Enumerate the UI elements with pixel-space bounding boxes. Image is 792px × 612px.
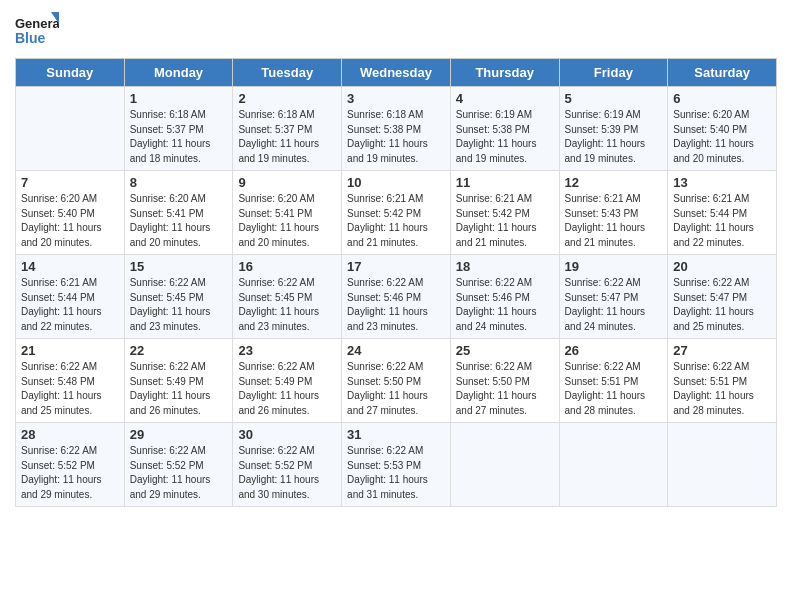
calendar-cell: 13Sunrise: 6:21 AM Sunset: 5:44 PM Dayli… — [668, 171, 777, 255]
date-number: 29 — [130, 427, 228, 442]
date-number: 3 — [347, 91, 445, 106]
calendar-cell: 8Sunrise: 6:20 AM Sunset: 5:41 PM Daylig… — [124, 171, 233, 255]
calendar-cell: 1Sunrise: 6:18 AM Sunset: 5:37 PM Daylig… — [124, 87, 233, 171]
calendar-cell: 28Sunrise: 6:22 AM Sunset: 5:52 PM Dayli… — [16, 423, 125, 507]
calendar-cell: 19Sunrise: 6:22 AM Sunset: 5:47 PM Dayli… — [559, 255, 668, 339]
calendar-week-2: 7Sunrise: 6:20 AM Sunset: 5:40 PM Daylig… — [16, 171, 777, 255]
cell-info: Sunrise: 6:22 AM Sunset: 5:47 PM Dayligh… — [565, 276, 663, 334]
cell-info: Sunrise: 6:21 AM Sunset: 5:43 PM Dayligh… — [565, 192, 663, 250]
cell-info: Sunrise: 6:18 AM Sunset: 5:38 PM Dayligh… — [347, 108, 445, 166]
cell-info: Sunrise: 6:21 AM Sunset: 5:44 PM Dayligh… — [21, 276, 119, 334]
date-number: 5 — [565, 91, 663, 106]
date-number: 20 — [673, 259, 771, 274]
day-header-tuesday: Tuesday — [233, 59, 342, 87]
calendar-cell: 21Sunrise: 6:22 AM Sunset: 5:48 PM Dayli… — [16, 339, 125, 423]
calendar-cell: 24Sunrise: 6:22 AM Sunset: 5:50 PM Dayli… — [342, 339, 451, 423]
cell-info: Sunrise: 6:22 AM Sunset: 5:52 PM Dayligh… — [130, 444, 228, 502]
cell-info: Sunrise: 6:19 AM Sunset: 5:38 PM Dayligh… — [456, 108, 554, 166]
cell-info: Sunrise: 6:22 AM Sunset: 5:51 PM Dayligh… — [673, 360, 771, 418]
date-number: 27 — [673, 343, 771, 358]
cell-info: Sunrise: 6:22 AM Sunset: 5:46 PM Dayligh… — [456, 276, 554, 334]
calendar-cell — [559, 423, 668, 507]
cell-info: Sunrise: 6:22 AM Sunset: 5:48 PM Dayligh… — [21, 360, 119, 418]
cell-info: Sunrise: 6:22 AM Sunset: 5:50 PM Dayligh… — [456, 360, 554, 418]
date-number: 19 — [565, 259, 663, 274]
day-header-sunday: Sunday — [16, 59, 125, 87]
day-header-monday: Monday — [124, 59, 233, 87]
date-number: 26 — [565, 343, 663, 358]
calendar-cell: 4Sunrise: 6:19 AM Sunset: 5:38 PM Daylig… — [450, 87, 559, 171]
date-number: 22 — [130, 343, 228, 358]
calendar-table: SundayMondayTuesdayWednesdayThursdayFrid… — [15, 58, 777, 507]
cell-info: Sunrise: 6:18 AM Sunset: 5:37 PM Dayligh… — [238, 108, 336, 166]
calendar-cell: 15Sunrise: 6:22 AM Sunset: 5:45 PM Dayli… — [124, 255, 233, 339]
calendar-cell: 6Sunrise: 6:20 AM Sunset: 5:40 PM Daylig… — [668, 87, 777, 171]
calendar-cell: 7Sunrise: 6:20 AM Sunset: 5:40 PM Daylig… — [16, 171, 125, 255]
cell-info: Sunrise: 6:22 AM Sunset: 5:51 PM Dayligh… — [565, 360, 663, 418]
date-number: 6 — [673, 91, 771, 106]
date-number: 13 — [673, 175, 771, 190]
calendar-cell: 26Sunrise: 6:22 AM Sunset: 5:51 PM Dayli… — [559, 339, 668, 423]
cell-info: Sunrise: 6:20 AM Sunset: 5:41 PM Dayligh… — [130, 192, 228, 250]
calendar-cell: 27Sunrise: 6:22 AM Sunset: 5:51 PM Dayli… — [668, 339, 777, 423]
calendar-cell: 18Sunrise: 6:22 AM Sunset: 5:46 PM Dayli… — [450, 255, 559, 339]
date-number: 9 — [238, 175, 336, 190]
cell-info: Sunrise: 6:22 AM Sunset: 5:46 PM Dayligh… — [347, 276, 445, 334]
cell-info: Sunrise: 6:22 AM Sunset: 5:45 PM Dayligh… — [238, 276, 336, 334]
calendar-cell: 16Sunrise: 6:22 AM Sunset: 5:45 PM Dayli… — [233, 255, 342, 339]
date-number: 30 — [238, 427, 336, 442]
calendar-cell: 3Sunrise: 6:18 AM Sunset: 5:38 PM Daylig… — [342, 87, 451, 171]
calendar-cell: 31Sunrise: 6:22 AM Sunset: 5:53 PM Dayli… — [342, 423, 451, 507]
calendar-cell: 2Sunrise: 6:18 AM Sunset: 5:37 PM Daylig… — [233, 87, 342, 171]
date-number: 4 — [456, 91, 554, 106]
calendar-cell: 10Sunrise: 6:21 AM Sunset: 5:42 PM Dayli… — [342, 171, 451, 255]
calendar-cell: 30Sunrise: 6:22 AM Sunset: 5:52 PM Dayli… — [233, 423, 342, 507]
cell-info: Sunrise: 6:21 AM Sunset: 5:44 PM Dayligh… — [673, 192, 771, 250]
date-number: 25 — [456, 343, 554, 358]
svg-text:General: General — [15, 16, 59, 31]
day-header-saturday: Saturday — [668, 59, 777, 87]
logo-icon: General Blue — [15, 10, 59, 50]
calendar-cell: 9Sunrise: 6:20 AM Sunset: 5:41 PM Daylig… — [233, 171, 342, 255]
date-number: 21 — [21, 343, 119, 358]
cell-info: Sunrise: 6:20 AM Sunset: 5:40 PM Dayligh… — [21, 192, 119, 250]
date-number: 15 — [130, 259, 228, 274]
date-number: 1 — [130, 91, 228, 106]
day-header-friday: Friday — [559, 59, 668, 87]
cell-info: Sunrise: 6:18 AM Sunset: 5:37 PM Dayligh… — [130, 108, 228, 166]
calendar-cell: 17Sunrise: 6:22 AM Sunset: 5:46 PM Dayli… — [342, 255, 451, 339]
date-number: 7 — [21, 175, 119, 190]
cell-info: Sunrise: 6:21 AM Sunset: 5:42 PM Dayligh… — [347, 192, 445, 250]
calendar-cell — [668, 423, 777, 507]
calendar-cell — [16, 87, 125, 171]
cell-info: Sunrise: 6:22 AM Sunset: 5:49 PM Dayligh… — [130, 360, 228, 418]
calendar-cell: 12Sunrise: 6:21 AM Sunset: 5:43 PM Dayli… — [559, 171, 668, 255]
date-number: 12 — [565, 175, 663, 190]
date-number: 28 — [21, 427, 119, 442]
cell-info: Sunrise: 6:22 AM Sunset: 5:52 PM Dayligh… — [238, 444, 336, 502]
date-number: 17 — [347, 259, 445, 274]
calendar-cell: 23Sunrise: 6:22 AM Sunset: 5:49 PM Dayli… — [233, 339, 342, 423]
date-number: 11 — [456, 175, 554, 190]
date-number: 10 — [347, 175, 445, 190]
date-number: 31 — [347, 427, 445, 442]
calendar-week-5: 28Sunrise: 6:22 AM Sunset: 5:52 PM Dayli… — [16, 423, 777, 507]
calendar-week-1: 1Sunrise: 6:18 AM Sunset: 5:37 PM Daylig… — [16, 87, 777, 171]
cell-info: Sunrise: 6:21 AM Sunset: 5:42 PM Dayligh… — [456, 192, 554, 250]
logo: General Blue — [15, 10, 59, 50]
date-number: 16 — [238, 259, 336, 274]
cell-info: Sunrise: 6:22 AM Sunset: 5:53 PM Dayligh… — [347, 444, 445, 502]
date-number: 8 — [130, 175, 228, 190]
date-number: 23 — [238, 343, 336, 358]
cell-info: Sunrise: 6:22 AM Sunset: 5:45 PM Dayligh… — [130, 276, 228, 334]
cell-info: Sunrise: 6:22 AM Sunset: 5:49 PM Dayligh… — [238, 360, 336, 418]
calendar-cell: 5Sunrise: 6:19 AM Sunset: 5:39 PM Daylig… — [559, 87, 668, 171]
calendar-cell: 20Sunrise: 6:22 AM Sunset: 5:47 PM Dayli… — [668, 255, 777, 339]
cell-info: Sunrise: 6:20 AM Sunset: 5:41 PM Dayligh… — [238, 192, 336, 250]
date-number: 24 — [347, 343, 445, 358]
calendar-week-3: 14Sunrise: 6:21 AM Sunset: 5:44 PM Dayli… — [16, 255, 777, 339]
page-header: General Blue — [15, 10, 777, 50]
calendar-cell: 22Sunrise: 6:22 AM Sunset: 5:49 PM Dayli… — [124, 339, 233, 423]
day-header-wednesday: Wednesday — [342, 59, 451, 87]
calendar-cell: 14Sunrise: 6:21 AM Sunset: 5:44 PM Dayli… — [16, 255, 125, 339]
